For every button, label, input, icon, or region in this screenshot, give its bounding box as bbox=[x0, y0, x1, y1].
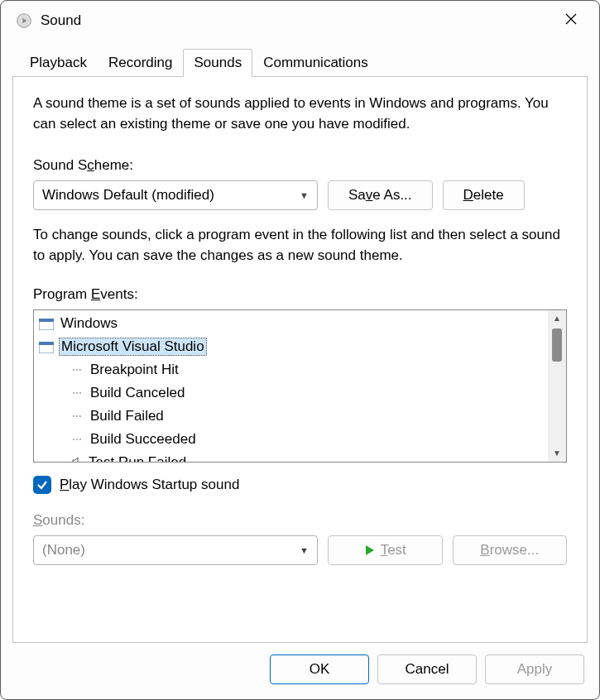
theme-description: A sound theme is a set of sounds applied… bbox=[33, 93, 567, 134]
tree-scrollbar[interactable]: ▲ ▼ bbox=[548, 310, 566, 462]
chevron-down-icon: ▼ bbox=[300, 545, 309, 555]
scroll-down-icon[interactable]: ▼ bbox=[548, 445, 566, 462]
program-events-tree[interactable]: Windows Microsoft Visual Studio ⋯ Breakp… bbox=[33, 309, 567, 463]
sound-scheme-label: Sound Scheme: bbox=[33, 157, 567, 174]
browse-button[interactable]: Browse... bbox=[453, 535, 568, 565]
apply-button[interactable]: Apply bbox=[485, 654, 584, 684]
tree-connector-icon: ⋯ bbox=[72, 387, 89, 399]
sound-scheme-value: Windows Default (modified) bbox=[42, 187, 300, 204]
delete-button[interactable]: Delete bbox=[443, 180, 525, 210]
tab-recording[interactable]: Recording bbox=[98, 49, 184, 77]
cancel-button[interactable]: Cancel bbox=[377, 654, 477, 684]
play-icon bbox=[364, 544, 376, 556]
tab-content: A sound theme is a set of sounds applied… bbox=[12, 76, 588, 643]
close-icon bbox=[565, 13, 577, 25]
change-sounds-description: To change sounds, click a program event … bbox=[33, 225, 567, 266]
scroll-up-icon[interactable]: ▲ bbox=[548, 310, 566, 327]
tab-sounds[interactable]: Sounds bbox=[183, 49, 252, 77]
sounds-value: (None) bbox=[42, 542, 300, 559]
tree-event-build-failed[interactable]: ⋯ Build Failed bbox=[34, 405, 566, 428]
tree-event-test-run-failed[interactable]: Test Run Failed bbox=[34, 451, 566, 462]
test-button[interactable]: Test bbox=[328, 535, 443, 565]
window-group-icon bbox=[39, 318, 54, 329]
check-icon bbox=[36, 479, 48, 491]
sound-app-icon bbox=[16, 12, 32, 29]
dialog-footer: OK Cancel Apply bbox=[1, 654, 599, 699]
window-group-icon bbox=[39, 341, 54, 352]
speaker-icon bbox=[72, 454, 84, 462]
tree-connector-icon: ⋯ bbox=[72, 410, 89, 422]
svg-rect-6 bbox=[39, 342, 54, 345]
tree-event-breakpoint-hit[interactable]: ⋯ Breakpoint Hit bbox=[34, 358, 566, 381]
save-as-button[interactable]: Save As... bbox=[328, 180, 433, 210]
window-title: Sound bbox=[41, 12, 554, 29]
tree-event-build-succeeded[interactable]: ⋯ Build Succeeded bbox=[34, 428, 566, 451]
play-startup-checkbox[interactable] bbox=[33, 476, 51, 494]
tree-connector-icon: ⋯ bbox=[72, 434, 89, 445]
tab-communications[interactable]: Communications bbox=[252, 49, 379, 77]
tree-group-visual-studio[interactable]: Microsoft Visual Studio bbox=[34, 335, 566, 358]
tab-bar: Playback Recording Sounds Communications bbox=[1, 37, 599, 77]
tree-connector-icon: ⋯ bbox=[72, 364, 89, 376]
sounds-dropdown[interactable]: (None) ▼ bbox=[33, 535, 318, 565]
sound-scheme-dropdown[interactable]: Windows Default (modified) ▼ bbox=[33, 180, 318, 210]
svg-rect-4 bbox=[39, 319, 54, 322]
chevron-down-icon: ▼ bbox=[300, 190, 309, 200]
scrollbar-thumb[interactable] bbox=[552, 328, 562, 362]
play-startup-checkbox-row[interactable]: Play Windows Startup sound bbox=[33, 476, 567, 494]
tab-playback[interactable]: Playback bbox=[19, 49, 98, 77]
titlebar: Sound bbox=[1, 1, 599, 37]
sound-dialog: Sound Playback Recording Sounds Communic… bbox=[0, 0, 600, 700]
play-startup-label: Play Windows Startup sound bbox=[60, 477, 239, 493]
tree-event-build-canceled[interactable]: ⋯ Build Canceled bbox=[34, 381, 566, 405]
tree-group-windows[interactable]: Windows bbox=[34, 312, 566, 335]
program-events-label: Program Events: bbox=[33, 286, 567, 303]
ok-button[interactable]: OK bbox=[270, 654, 369, 684]
sounds-label: Sounds: bbox=[33, 512, 567, 529]
close-button[interactable] bbox=[554, 13, 588, 28]
